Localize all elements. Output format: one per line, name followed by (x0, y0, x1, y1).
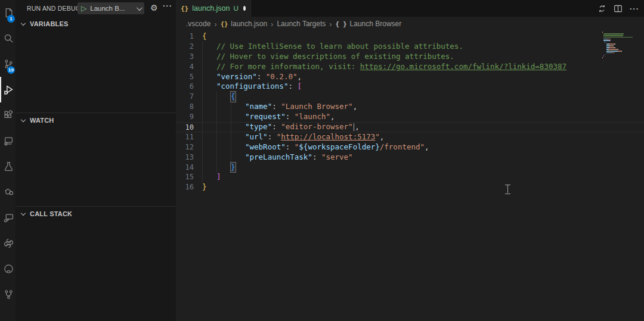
line-number: 8 (176, 102, 202, 112)
start-debug-icon[interactable]: ▷ (81, 5, 86, 12)
python-icon[interactable] (0, 230, 16, 256)
code-line[interactable]: 3// Hover to view descriptions of existi… (176, 52, 644, 62)
line-number: 6 (176, 82, 202, 92)
call-stack-section: CALL STACK (16, 206, 176, 321)
line-number: 4 (176, 62, 202, 72)
line-number: 14 (176, 163, 202, 173)
line-number: 12 (176, 142, 202, 152)
code-line[interactable]: 16} (176, 182, 644, 192)
gear-icon[interactable]: ⚙ (150, 3, 158, 13)
source-control-icon[interactable]: 19 (0, 51, 16, 77)
code-line[interactable]: 7{ (176, 92, 644, 102)
breadcrumb-separator: › (270, 20, 274, 29)
open-changes-icon[interactable] (597, 4, 606, 13)
breadcrumb-vscode[interactable]: .vscode (186, 20, 210, 28)
code-line[interactable]: 14} (176, 163, 644, 173)
editor-group: {} launch.json U ··· .vscode › {} launch… (176, 0, 644, 321)
code-line[interactable]: 8"name": "Launch Browser", (176, 102, 644, 112)
object-symbol-icon: { } (336, 20, 347, 27)
line-number: 5 (176, 72, 202, 82)
breadcrumb-launch-json[interactable]: launch.json (231, 20, 267, 28)
minimap[interactable] (602, 32, 640, 59)
json-file-icon: {} (181, 5, 188, 13)
launch-config-label: Launch B... (90, 5, 134, 12)
chevron-down-icon (21, 211, 26, 216)
sidebar-title: RUN AND DEBUG (27, 5, 80, 12)
tab-launch-json[interactable]: {} launch.json U (176, 0, 251, 17)
line-number: 9 (176, 112, 202, 122)
split-editor-icon[interactable] (614, 4, 623, 13)
activity-bar: 1 19 (0, 0, 16, 321)
editor-actions: ··· (597, 0, 639, 17)
code-line[interactable]: 10"type": "editor-browser", (176, 122, 644, 132)
code-line[interactable]: 4// For more information, visit: https:/… (176, 62, 644, 72)
text-caret (354, 123, 355, 131)
code-editor[interactable]: 1{2// Use IntelliSense to learn about po… (176, 31, 644, 321)
watch-section-header[interactable]: WATCH (16, 113, 176, 127)
code-line[interactable]: 15] (176, 172, 644, 182)
github-icon[interactable] (0, 256, 16, 282)
line-number: 7 (176, 92, 202, 102)
tab-bar: {} launch.json U ··· (176, 0, 644, 17)
extensions-icon[interactable] (0, 102, 16, 128)
run-and-debug-icon[interactable] (0, 77, 16, 102)
watch-section: WATCH (16, 113, 176, 206)
line-number: 16 (176, 182, 202, 192)
chevron-down-icon (21, 117, 26, 122)
variables-section: VARIABLES (16, 17, 176, 113)
line-number: 15 (176, 172, 202, 182)
git-pull-request-icon[interactable] (0, 282, 16, 307)
call-stack-section-header[interactable]: CALL STACK (16, 207, 176, 221)
search-icon[interactable] (0, 26, 16, 51)
chevron-down-icon (21, 21, 26, 26)
breadcrumb-separator: › (213, 20, 217, 29)
git-status-badge: U (234, 5, 239, 12)
line-number: 11 (176, 132, 202, 142)
unsaved-dot-icon[interactable] (243, 6, 246, 11)
variables-section-header[interactable]: VARIABLES (16, 17, 176, 31)
sidebar-toolbar: RUN AND DEBUG ▷ Launch B... ⚙ ··· (16, 0, 176, 17)
line-number: 10 (176, 123, 202, 132)
launch-config-dropdown[interactable]: ▷ Launch B... (78, 2, 144, 14)
pentagon-extension-icon[interactable] (0, 179, 16, 205)
code-line[interactable]: 5"version": "0.2.0", (176, 72, 644, 82)
code-line[interactable]: 1{ (176, 32, 644, 42)
breadcrumb-separator: › (329, 20, 332, 29)
code-line[interactable]: 11"url": "http://localhost:5173", (176, 132, 644, 142)
line-number: 2 (176, 42, 202, 52)
explorer-icon[interactable]: 1 (0, 0, 16, 26)
code-lines: 1{2// Use IntelliSense to learn about po… (176, 32, 644, 192)
breadcrumb: .vscode › {} launch.json › Launch Target… (176, 17, 644, 31)
tab-label: launch.json (192, 4, 230, 13)
code-line[interactable]: 13"preLaunchTask": "serve" (176, 152, 644, 163)
code-line[interactable]: 2// Use IntelliSense to learn about poss… (176, 42, 644, 52)
line-number: 1 (176, 32, 202, 42)
json-file-icon: {} (221, 20, 228, 27)
code-line[interactable]: 6"configurations": [ (176, 82, 644, 92)
testing-beaker-icon[interactable] (0, 154, 16, 179)
line-number: 13 (176, 152, 202, 163)
breadcrumb-launch-browser[interactable]: Launch Browser (350, 20, 402, 28)
remote-explorer-icon[interactable] (0, 128, 16, 154)
breadcrumb-launch-targets[interactable]: Launch Targets (277, 20, 326, 28)
explorer-badge: 1 (7, 15, 15, 23)
code-line[interactable]: 12"webRoot": "${workspaceFolder}/fronten… (176, 142, 644, 152)
code-line[interactable]: 9"request": "launch", (176, 112, 644, 122)
more-actions-icon[interactable]: ··· (163, 1, 172, 10)
line-number: 3 (176, 52, 202, 62)
source-control-badge: 19 (7, 66, 15, 74)
chevron-down-icon (137, 5, 143, 11)
editor-more-actions-icon[interactable]: ··· (630, 4, 639, 13)
run-debug-sidebar: RUN AND DEBUG ▷ Launch B... ⚙ ··· VARIAB… (16, 0, 176, 321)
comments-icon[interactable] (0, 205, 16, 230)
